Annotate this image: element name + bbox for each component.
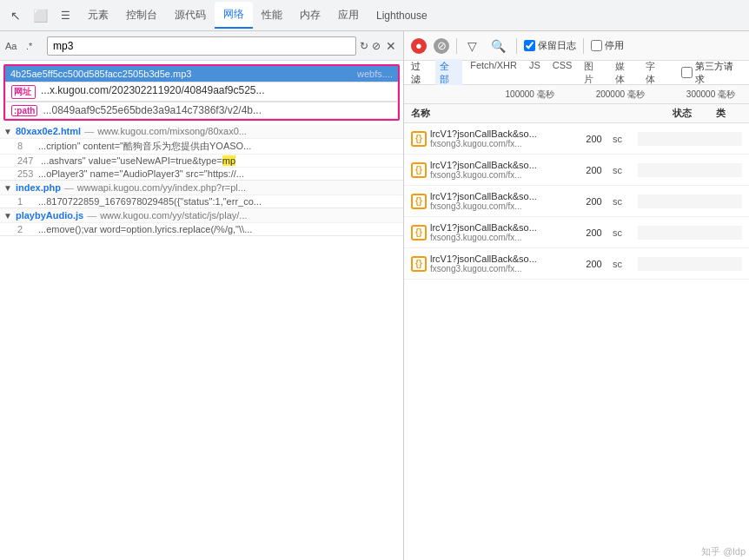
group-child-1[interactable]: 247 ...ashvars" value="useNewAPI=true&ty…: [0, 154, 403, 167]
group-name: index.php: [16, 182, 61, 193]
third-party-label: 第三方请求: [695, 60, 742, 86]
net-group-header-g3[interactable]: ▼ playbyAudio.js — www.kugou.com/yy/stat…: [0, 208, 403, 222]
network-table: {} lrcV1?jsonCallBack&so... fxsong3.kugo…: [404, 123, 749, 560]
table-row[interactable]: {} lrcV1?jsonCallBack&so... fxsong3.kugo…: [404, 217, 749, 248]
highlighted-result: 4b25ae5ff5cc500d585facc2505b3d5e.mp3 web…: [3, 64, 400, 121]
row-info: lrcV1?jsonCallBack&so... fxsong3.kugou.c…: [430, 160, 575, 180]
row-domain: fxsong3.kugou.com/fx...: [430, 170, 575, 180]
group-child-0[interactable]: 1...8170722859_1676978029485({"status":1…: [0, 194, 403, 208]
filter-icon[interactable]: ▽: [464, 37, 481, 55]
url-label: 网址: [11, 85, 36, 99]
timeline-bar: [638, 226, 742, 240]
inspect-icon[interactable]: ↖: [5, 5, 26, 26]
arrow-icon: ▼: [3, 211, 12, 221]
stop-button[interactable]: ⊘: [434, 38, 449, 54]
row-icon: {}: [411, 256, 427, 272]
tab-memory[interactable]: 内存: [291, 3, 329, 28]
table-row[interactable]: {} lrcV1?jsonCallBack&so... fxsong3.kugo…: [404, 248, 749, 280]
row-domain: fxsong3.kugou.com/fx...: [430, 233, 575, 242]
tab-sources[interactable]: 源代码: [166, 3, 215, 28]
net-group-g1: ▼ 80xax0e2.html — www.kugou.com/mixsong/…: [0, 124, 403, 181]
group-child-0[interactable]: 8...cription" content="酷狗音乐为您提供由YOASO...: [0, 138, 403, 154]
result-url-row[interactable]: 网址 ...x.kugou.com/202302211920/40849aaf9…: [5, 82, 398, 102]
table-row[interactable]: {} lrcV1?jsonCallBack&so... fxsong3.kugo…: [404, 186, 749, 217]
clear-icon[interactable]: ⊘: [372, 40, 381, 52]
third-party-checkbox[interactable]: 第三方请求: [681, 60, 742, 86]
col-status: 状态: [673, 107, 716, 120]
main-container: Aa .* ↻ ⊘ ✕ 4b25ae5ff5cc500d585facc2505b…: [0, 31, 749, 560]
path-label: :path: [11, 105, 37, 116]
preserve-log-checkbox[interactable]: 保留日志: [524, 39, 576, 52]
right-toolbar: ● ⊘ ▽ 🔍 保留日志 停用: [404, 31, 749, 61]
filter-tab-2[interactable]: JS: [525, 59, 545, 87]
table-row[interactable]: {} lrcV1?jsonCallBack&so... fxsong3.kugo…: [404, 123, 749, 155]
row-info: lrcV1?jsonCallBack&so... fxsong3.kugou.c…: [430, 222, 575, 242]
group-url: www.kugou.com/mixsong/80xax0...: [97, 126, 247, 136]
row-icon: {}: [411, 162, 427, 178]
tab-lighthouse[interactable]: Lighthouse: [368, 4, 436, 27]
separator2: [516, 38, 517, 54]
line-num: 2: [17, 224, 38, 234]
filter-tabs: 全部Fetch/XHRJSCSS图片媒体字体: [435, 59, 669, 87]
aa-label[interactable]: Aa: [5, 41, 23, 51]
filter-tab-0[interactable]: 全部: [435, 59, 462, 87]
group-dash: —: [84, 126, 94, 136]
tab-console[interactable]: 控制台: [117, 3, 166, 28]
filter-tab-3[interactable]: CSS: [548, 59, 577, 87]
result-path-row[interactable]: :path ...0849aaf9c525e65bde3a9a14c7386f3…: [5, 102, 398, 119]
timeline-marker-3: 300000 毫秒: [686, 89, 742, 101]
filter-tab-6[interactable]: 字体: [641, 59, 668, 87]
group-child-2[interactable]: 253...oPlayer3" name="AudioPlayer3" src=…: [0, 167, 403, 180]
right-panel: ● ⊘ ▽ 🔍 保留日志 停用 过滤 全部Fetch/XHRJSCSS图片媒体字…: [404, 31, 749, 560]
row-name: lrcV1?jsonCallBack&so...: [430, 191, 575, 201]
tab-menu[interactable]: ☰: [52, 4, 79, 27]
filter-tab-1[interactable]: Fetch/XHR: [466, 59, 521, 87]
line-num: 253: [17, 168, 38, 179]
col-type: 类: [716, 107, 742, 120]
regex-label[interactable]: .*: [26, 41, 43, 51]
row-icon: {}: [411, 131, 427, 147]
left-panel: Aa .* ↻ ⊘ ✕ 4b25ae5ff5cc500d585facc2505b…: [0, 31, 404, 560]
preserve-log-label: 保留日志: [538, 39, 576, 52]
refresh-icon[interactable]: ↻: [360, 40, 368, 52]
arrow-icon: ▼: [3, 127, 12, 136]
row-info: lrcV1?jsonCallBack&so... fxsong3.kugou.c…: [430, 254, 575, 273]
row-icon: {}: [411, 194, 427, 209]
row-status: 200: [579, 259, 609, 269]
line-num: 1: [17, 196, 38, 207]
filter-tab-4[interactable]: 图片: [580, 59, 606, 87]
result-main-row[interactable]: 4b25ae5ff5cc500d585facc2505b3d5e.mp3 web…: [5, 66, 398, 82]
net-group-header-g2[interactable]: ▼ index.php — wwwapi.kugou.com/yy/index.…: [0, 181, 403, 194]
row-domain: fxsong3.kugou.com/fx...: [430, 139, 575, 148]
row-type: sc: [613, 165, 634, 175]
search-icon[interactable]: 🔍: [487, 37, 509, 55]
pause-checkbox[interactable]: 停用: [591, 39, 624, 52]
row-status: 200: [579, 165, 609, 175]
row-type: sc: [613, 259, 634, 269]
device-icon[interactable]: ⬜: [30, 5, 50, 26]
close-icon[interactable]: ✕: [384, 37, 398, 55]
group-url: wwwapi.kugou.com/yy/index.php?r=pl...: [77, 182, 246, 193]
record-button[interactable]: ●: [411, 38, 427, 54]
highlight: mp: [222, 155, 235, 166]
net-group-g3: ▼ playbyAudio.js — www.kugou.com/yy/stat…: [0, 208, 403, 236]
group-child-0[interactable]: 2...emove();var word=option.lyrics.repla…: [0, 222, 403, 235]
timeline-bar: [638, 257, 742, 271]
tab-network[interactable]: 网络: [215, 2, 253, 29]
search-input[interactable]: [47, 36, 356, 56]
table-row[interactable]: {} lrcV1?jsonCallBack&so... fxsong3.kugo…: [404, 155, 749, 186]
net-group-g2: ▼ index.php — wwwapi.kugou.com/yy/index.…: [0, 181, 403, 208]
network-groups: ▼ 80xax0e2.html — www.kugou.com/mixsong/…: [0, 124, 403, 560]
pause-label: 停用: [605, 39, 624, 52]
timeline-marker-2: 200000 毫秒: [596, 89, 652, 101]
search-bar: Aa .* ↻ ⊘ ✕: [0, 31, 403, 61]
group-url: www.kugou.com/yy/static/js/play/...: [100, 210, 247, 221]
row-info: lrcV1?jsonCallBack&so... fxsong3.kugou.c…: [430, 128, 575, 148]
tab-elements[interactable]: 元素: [79, 3, 117, 28]
tab-performance[interactable]: 性能: [253, 3, 291, 28]
row-domain: fxsong3.kugou.com/fx...: [430, 264, 575, 273]
filter-tab-5[interactable]: 媒体: [611, 59, 638, 87]
net-group-header-g1[interactable]: ▼ 80xax0e2.html — www.kugou.com/mixsong/…: [0, 124, 403, 138]
devtools-toolbar: ↖ ⬜ ☰元素控制台源代码网络性能内存应用Lighthouse: [0, 0, 749, 31]
tab-application[interactable]: 应用: [329, 3, 368, 28]
